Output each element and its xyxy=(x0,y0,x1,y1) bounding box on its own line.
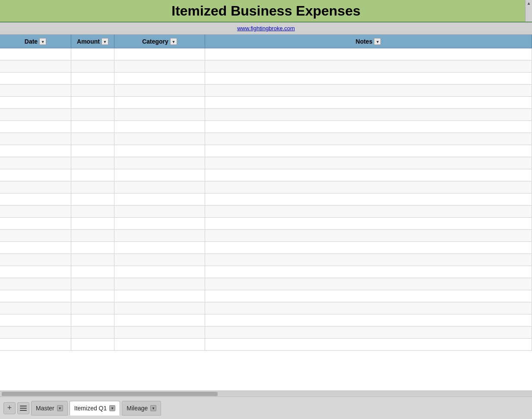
table-cell[interactable] xyxy=(0,290,71,302)
table-row[interactable] xyxy=(0,85,532,97)
table-cell[interactable] xyxy=(205,48,532,60)
table-row[interactable] xyxy=(0,157,532,169)
table-cell[interactable] xyxy=(114,278,205,290)
table-row[interactable] xyxy=(0,145,532,157)
table-cell[interactable] xyxy=(205,266,532,278)
table-cell[interactable] xyxy=(114,290,205,302)
notes-filter-dropdown[interactable]: ▼ xyxy=(374,38,381,45)
table-cell[interactable] xyxy=(114,218,205,229)
table-cell[interactable] xyxy=(114,169,205,181)
table-cell[interactable] xyxy=(114,266,205,278)
table-cell[interactable] xyxy=(205,181,532,193)
table-cell[interactable] xyxy=(205,314,532,326)
table-cell[interactable] xyxy=(0,73,71,84)
table-cell[interactable] xyxy=(205,145,532,157)
table-cell[interactable] xyxy=(205,242,532,254)
table-cell[interactable] xyxy=(0,181,71,193)
table-cell[interactable] xyxy=(71,60,114,72)
table-row[interactable] xyxy=(0,242,532,254)
master-tab-dropdown[interactable]: ▼ xyxy=(57,405,63,411)
website-link[interactable]: www.fightingbroke.com xyxy=(237,25,295,32)
category-filter-dropdown[interactable]: ▼ xyxy=(170,38,177,45)
table-cell[interactable] xyxy=(0,254,71,266)
table-cell[interactable] xyxy=(71,169,114,181)
table-cell[interactable] xyxy=(71,254,114,266)
table-cell[interactable] xyxy=(205,218,532,229)
table-cell[interactable] xyxy=(0,97,71,108)
table-cell[interactable] xyxy=(114,48,205,60)
table-row[interactable] xyxy=(0,48,532,60)
table-cell[interactable] xyxy=(0,157,71,169)
table-row[interactable] xyxy=(0,254,532,266)
table-cell[interactable] xyxy=(71,48,114,60)
table-cell[interactable] xyxy=(0,206,71,217)
table-cell[interactable] xyxy=(114,230,205,241)
table-cell[interactable] xyxy=(71,290,114,302)
itemized-q1-tab-dropdown[interactable]: ▼ xyxy=(109,405,115,411)
horizontal-scrollbar[interactable] xyxy=(0,390,532,397)
table-cell[interactable] xyxy=(71,327,114,338)
table-cell[interactable] xyxy=(114,302,205,314)
table-row[interactable] xyxy=(0,181,532,194)
sheet-menu-button[interactable] xyxy=(17,402,29,414)
table-cell[interactable] xyxy=(0,145,71,157)
add-sheet-button[interactable]: + xyxy=(3,402,16,414)
table-cell[interactable] xyxy=(205,230,532,241)
table-cell[interactable] xyxy=(0,327,71,338)
table-row[interactable] xyxy=(0,314,532,327)
table-cell[interactable] xyxy=(71,133,114,145)
table-cell[interactable] xyxy=(71,206,114,217)
table-cell[interactable] xyxy=(205,85,532,96)
table-cell[interactable] xyxy=(71,145,114,157)
table-cell[interactable] xyxy=(71,85,114,96)
table-cell[interactable] xyxy=(114,73,205,84)
table-cell[interactable] xyxy=(0,48,71,60)
table-cell[interactable] xyxy=(205,133,532,145)
table-cell[interactable] xyxy=(71,242,114,254)
table-cell[interactable] xyxy=(205,157,532,169)
tab-mileage[interactable]: Mileage ▼ xyxy=(122,401,161,416)
table-cell[interactable] xyxy=(205,302,532,314)
table-cell[interactable] xyxy=(71,109,114,121)
table-cell[interactable] xyxy=(205,254,532,266)
table-cell[interactable] xyxy=(114,314,205,326)
amount-filter-dropdown[interactable]: ▼ xyxy=(101,38,108,45)
table-cell[interactable] xyxy=(71,266,114,278)
table-cell[interactable] xyxy=(205,60,532,72)
table-row[interactable] xyxy=(0,109,532,121)
table-cell[interactable] xyxy=(71,97,114,108)
table-row[interactable] xyxy=(0,60,532,73)
table-cell[interactable] xyxy=(205,97,532,108)
table-cell[interactable] xyxy=(114,194,205,205)
table-cell[interactable] xyxy=(0,218,71,229)
table-cell[interactable] xyxy=(114,327,205,338)
table-cell[interactable] xyxy=(0,133,71,145)
table-row[interactable] xyxy=(0,302,532,314)
table-cell[interactable] xyxy=(0,314,71,326)
table-cell[interactable] xyxy=(0,278,71,290)
table-cell[interactable] xyxy=(71,194,114,205)
table-cell[interactable] xyxy=(71,157,114,169)
table-cell[interactable] xyxy=(205,327,532,338)
table-cell[interactable] xyxy=(205,194,532,205)
table-row[interactable] xyxy=(0,327,532,339)
table-cell[interactable] xyxy=(71,230,114,241)
table-cell[interactable] xyxy=(71,278,114,290)
table-cell[interactable] xyxy=(114,109,205,121)
scrollbar-thumb[interactable] xyxy=(2,392,218,396)
table-cell[interactable] xyxy=(0,242,71,254)
table-row[interactable] xyxy=(0,218,532,230)
table-cell[interactable] xyxy=(71,339,114,350)
mileage-tab-dropdown[interactable]: ▼ xyxy=(150,405,156,411)
table-row[interactable] xyxy=(0,194,532,206)
table-cell[interactable] xyxy=(114,60,205,72)
table-cell[interactable] xyxy=(0,302,71,314)
table-cell[interactable] xyxy=(0,121,71,133)
table-row[interactable] xyxy=(0,169,532,181)
table-cell[interactable] xyxy=(71,181,114,193)
table-row[interactable] xyxy=(0,290,532,302)
table-cell[interactable] xyxy=(71,314,114,326)
table-cell[interactable] xyxy=(114,254,205,266)
table-cell[interactable] xyxy=(0,339,71,350)
table-cell[interactable] xyxy=(205,109,532,121)
